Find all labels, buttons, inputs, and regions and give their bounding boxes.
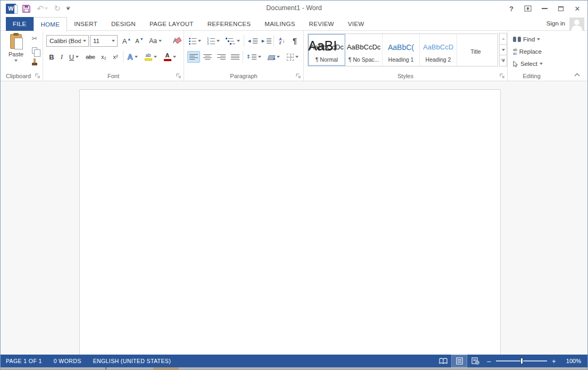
- styles-more-icon: [502, 60, 505, 62]
- close-button[interactable]: ✕: [572, 3, 583, 14]
- font-color-button[interactable]: A: [161, 51, 178, 63]
- underline-button[interactable]: U: [67, 51, 81, 63]
- paragraph-dialog-launcher[interactable]: [296, 73, 301, 79]
- help-button[interactable]: ?: [506, 3, 517, 14]
- decrease-indent-button[interactable]: ◄: [246, 35, 259, 47]
- font-dialog-launcher[interactable]: [176, 73, 181, 79]
- styles-scroll-down-button[interactable]: [499, 44, 507, 56]
- tab-view[interactable]: VIEW: [341, 17, 371, 31]
- ribbon-display-options-button[interactable]: [522, 3, 534, 14]
- group-font: Calibri (Body 11 A▲ A▼ Aa A B I U: [43, 31, 184, 81]
- multilevel-list-button[interactable]: [225, 35, 241, 47]
- read-mode-button[interactable]: [435, 355, 451, 367]
- zoom-out-button[interactable]: –: [483, 357, 495, 365]
- clipboard-dialog-launcher[interactable]: [35, 73, 40, 79]
- sign-in-link[interactable]: Sign in: [546, 20, 565, 27]
- text-effects-button[interactable]: A: [125, 51, 140, 63]
- cut-button[interactable]: ✂: [29, 34, 40, 43]
- multilevel-dropdown-icon: [237, 40, 240, 42]
- borders-button[interactable]: [284, 51, 301, 63]
- bullets-icon: [189, 38, 196, 45]
- align-center-button[interactable]: [201, 51, 214, 63]
- group-clipboard: Paste ✂ Clipboard: [1, 31, 43, 81]
- shrink-font-arrow-icon: ▼: [140, 37, 144, 41]
- styles-more-button[interactable]: [499, 55, 507, 66]
- paste-dropdown-icon: [14, 60, 18, 62]
- web-layout-button[interactable]: [467, 355, 483, 367]
- align-left-button[interactable]: [187, 51, 200, 63]
- maximize-button[interactable]: [555, 3, 567, 14]
- word-count[interactable]: 0 WORDS: [54, 358, 81, 364]
- page-indicator[interactable]: PAGE 1 OF 1: [6, 358, 42, 364]
- subscript-button[interactable]: x₂: [98, 51, 109, 63]
- document-page[interactable]: [79, 89, 501, 356]
- change-case-button[interactable]: Aa: [147, 35, 163, 47]
- zoom-slider[interactable]: [496, 360, 547, 361]
- show-hide-marks-button[interactable]: ¶: [289, 35, 300, 47]
- paragraph-group-label: Paragraph: [184, 73, 303, 79]
- line-spacing-dropdown-icon: [258, 56, 261, 58]
- font-name-combobox[interactable]: Calibri (Body: [46, 35, 89, 47]
- clear-formatting-button[interactable]: A: [169, 35, 181, 47]
- italic-button[interactable]: I: [58, 51, 65, 63]
- style-heading-1[interactable]: AaBbC( Heading 1: [383, 34, 420, 66]
- justify-button[interactable]: [229, 51, 242, 63]
- ribbon-tabs: FILE HOME INSERT DESIGN PAGE LAYOUT REFE…: [6, 17, 371, 31]
- user-avatar[interactable]: [569, 18, 584, 31]
- font-group-label: Font: [43, 73, 184, 79]
- replace-button[interactable]: ab ac Replace: [513, 47, 542, 56]
- styles-dialog-launcher[interactable]: [500, 73, 505, 79]
- find-dropdown-icon: [537, 38, 540, 40]
- paste-label: Paste: [9, 51, 23, 57]
- minimize-button[interactable]: [539, 3, 550, 14]
- font-size-dropdown-icon: [110, 36, 117, 46]
- multilevel-list-icon: [226, 38, 235, 45]
- zoom-level[interactable]: 100%: [560, 358, 581, 364]
- collapse-ribbon-button[interactable]: [573, 71, 581, 78]
- shading-button[interactable]: [265, 51, 282, 63]
- font-size-value: 11: [90, 38, 110, 44]
- font-size-combobox[interactable]: 11: [90, 35, 118, 47]
- numbering-button[interactable]: 1 2 3: [205, 35, 221, 47]
- underline-dropdown-icon: [76, 56, 79, 58]
- close-icon: ✕: [575, 5, 581, 13]
- tab-references[interactable]: REFERENCES: [201, 17, 258, 31]
- select-button[interactable]: Select: [513, 59, 543, 69]
- bold-button[interactable]: B: [47, 51, 56, 63]
- grow-font-button[interactable]: A▲: [121, 35, 132, 47]
- styles-scroll-up-button[interactable]: [499, 33, 507, 45]
- window-controls: ? ✕: [506, 3, 583, 14]
- tab-file[interactable]: FILE: [6, 17, 34, 31]
- line-spacing-button[interactable]: ⇕: [245, 51, 263, 63]
- document-area[interactable]: [1, 82, 587, 355]
- bullets-dropdown-icon: [198, 40, 201, 42]
- zoom-in-button[interactable]: +: [548, 357, 560, 365]
- tab-home[interactable]: HOME: [34, 17, 68, 31]
- style-no-spacing[interactable]: AaBbCcDc ¶ No Spac...: [345, 34, 383, 66]
- print-layout-button[interactable]: [451, 355, 467, 367]
- collapse-ribbon-icon: [574, 73, 580, 77]
- strikethrough-button[interactable]: abc: [84, 51, 97, 63]
- shading-icon: [268, 54, 275, 60]
- bullets-button[interactable]: [187, 35, 202, 47]
- highlight-color-button[interactable]: ab: [142, 51, 159, 63]
- tab-review[interactable]: REVIEW: [302, 17, 341, 31]
- increase-indent-button[interactable]: ►: [260, 35, 272, 47]
- tab-page-layout[interactable]: PAGE LAYOUT: [143, 17, 201, 31]
- paste-button[interactable]: Paste: [4, 33, 28, 79]
- sort-button[interactable]: AZ ↓: [276, 35, 288, 47]
- language-indicator[interactable]: ENGLISH (UNITED STATES): [93, 358, 171, 364]
- superscript-button[interactable]: x²: [110, 51, 121, 63]
- tab-insert[interactable]: INSERT: [67, 17, 104, 31]
- find-button[interactable]: Find: [513, 35, 540, 44]
- align-right-button[interactable]: [215, 51, 228, 63]
- tab-mailings[interactable]: MAILINGS: [258, 17, 302, 31]
- format-painter-button[interactable]: [29, 57, 40, 66]
- zoom-slider-thumb[interactable]: [520, 358, 523, 364]
- minimize-icon: [542, 8, 548, 9]
- copy-button[interactable]: [29, 46, 40, 55]
- tab-design[interactable]: DESIGN: [104, 17, 143, 31]
- shrink-font-button[interactable]: A▼: [134, 35, 145, 47]
- style-heading-2[interactable]: AaBbCcD Heading 2: [420, 34, 457, 66]
- style-title[interactable]: AaBI Title: [457, 34, 494, 66]
